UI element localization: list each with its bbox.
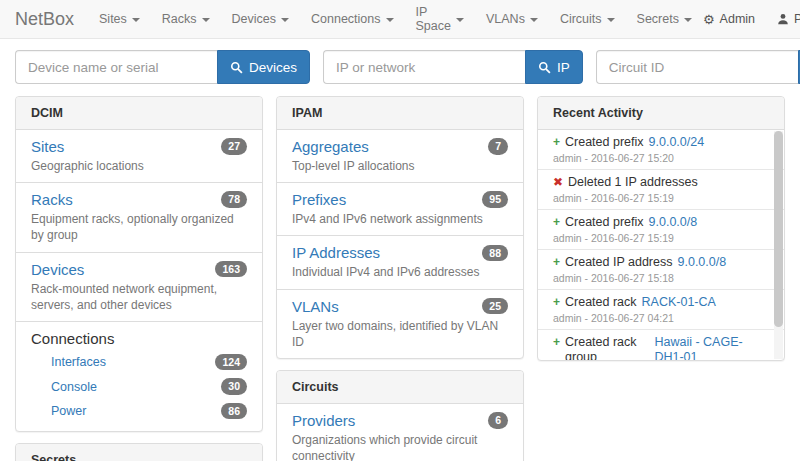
- activity-scrollbar-thumb[interactable]: [774, 131, 783, 327]
- prefixes-link[interactable]: Prefixes: [292, 191, 346, 208]
- navbar-brand[interactable]: NetBox: [15, 9, 74, 30]
- nav-menu-racks[interactable]: Racks: [151, 0, 221, 39]
- chevron-down-icon: [202, 18, 210, 22]
- search-group-ip: IP: [323, 50, 583, 84]
- activity-line: +Created prefix9.0.0.0/8: [553, 215, 758, 230]
- nav-menu-connections[interactable]: Connections: [300, 0, 405, 39]
- nav-menu-circuits[interactable]: Circuits: [549, 0, 626, 39]
- list-item-top: Sites27: [31, 138, 247, 155]
- sub-item-console: Console30: [31, 374, 247, 399]
- sites-count-badge: 27: [221, 138, 247, 155]
- nav-menu-vlans[interactable]: VLANs: [475, 0, 549, 39]
- interfaces-link[interactable]: Interfaces: [51, 355, 106, 369]
- chevron-down-icon: [530, 18, 538, 22]
- search-icon: [538, 61, 551, 74]
- activity-object-link[interactable]: 9.0.0.0/24: [649, 135, 705, 150]
- ip-addresses-link[interactable]: IP Addresses: [292, 244, 380, 261]
- content-row: DCIMSites27Geographic locationsRacks78Eq…: [0, 96, 800, 461]
- devices-count-badge: 163: [215, 261, 247, 278]
- list-item-connections: ConnectionsInterfaces124Console30Power86: [16, 322, 262, 432]
- devices-link[interactable]: Devices: [31, 261, 84, 278]
- activity-meta: admin - 2016-06-27 15:19: [553, 192, 758, 204]
- plus-icon: +: [553, 215, 560, 230]
- nav-menu-devices[interactable]: Devices: [221, 0, 300, 39]
- nav-menu-label: IP Space: [416, 5, 451, 33]
- list-item-description: Layer two domains, identified by VLAN ID: [292, 318, 508, 350]
- search-input-ip[interactable]: [323, 50, 525, 84]
- plus-icon: +: [553, 335, 560, 350]
- nav-util-label: Profile: [794, 12, 800, 26]
- vlans-link[interactable]: VLANs: [292, 298, 339, 315]
- activity-action: Created IP address: [565, 255, 672, 270]
- providers-link[interactable]: Providers: [292, 412, 355, 429]
- sub-item-power: Power86: [31, 399, 247, 424]
- activity-object-link[interactable]: 9.0.0.0/8: [649, 215, 698, 230]
- interfaces-count-badge: 124: [215, 354, 247, 371]
- list-item-prefixes: Prefixes95IPv4 and IPv6 network assignme…: [277, 183, 523, 236]
- list-item-providers: Providers6Organizations which provide ci…: [277, 404, 523, 461]
- nav-menu-label: Sites: [99, 12, 127, 26]
- activity-action: Created rack: [565, 295, 637, 310]
- search-input-devices[interactable]: [15, 50, 217, 84]
- power-link[interactable]: Power: [51, 404, 86, 418]
- sub-item-interfaces: Interfaces124: [31, 350, 247, 375]
- nav-util-label: Admin: [720, 12, 755, 26]
- chevron-down-icon: [456, 18, 464, 22]
- console-link[interactable]: Console: [51, 380, 97, 394]
- recent-activity-title: Recent Activity: [538, 97, 784, 130]
- racks-link[interactable]: Racks: [31, 191, 73, 208]
- racks-count-badge: 78: [221, 191, 247, 208]
- activity-object-link[interactable]: Hawaii - CAGE-DH1-01: [654, 335, 758, 360]
- activity-meta: admin - 2016-06-27 15:20: [553, 152, 758, 164]
- vlans-count-badge: 25: [482, 298, 508, 315]
- activity-object-link[interactable]: 9.0.0.0/8: [678, 255, 727, 270]
- nav-menu-label: Racks: [162, 12, 197, 26]
- power-count-badge: 86: [221, 403, 247, 420]
- aggregates-link[interactable]: Aggregates: [292, 138, 369, 155]
- nav-menu-secrets[interactable]: Secrets: [626, 0, 703, 39]
- activity-object-link[interactable]: RACK-01-CA: [642, 295, 716, 310]
- nav-menu-ip-space[interactable]: IP Space: [405, 0, 475, 39]
- activity-action: Created rack group: [565, 335, 649, 360]
- activity-action: Created prefix: [565, 215, 644, 230]
- activity-meta: admin - 2016-06-27 15:18: [553, 272, 758, 284]
- search-icon: [230, 61, 243, 74]
- chevron-down-icon: [281, 18, 289, 22]
- console-count-badge: 30: [221, 378, 247, 395]
- nav-menu-label: Secrets: [637, 12, 679, 26]
- activity-meta: admin - 2016-06-27 15:19: [553, 232, 758, 244]
- list-item-devices: Devices163Rack-mounted network equipment…: [16, 253, 262, 322]
- list-item-top: IP Addresses88: [292, 244, 508, 261]
- search-row: DevicesIPCircuits: [0, 50, 800, 84]
- recent-activity-list: +Created prefix9.0.0.0/24admin - 2016-06…: [538, 130, 784, 360]
- panel-title-secrets: Secrets: [16, 444, 262, 461]
- activity-action: Created prefix: [565, 135, 644, 150]
- list-item-top: Providers6: [292, 412, 508, 429]
- list-item-ip-addresses: IP Addresses88Individual IPv4 and IPv6 a…: [277, 236, 523, 289]
- activity-line: +Created rackRACK-01-CA: [553, 295, 758, 310]
- navbar: NetBox SitesRacksDevicesConnectionsIP Sp…: [0, 0, 800, 39]
- nav-util-profile[interactable]: Profile: [777, 12, 800, 26]
- plus-icon: +: [553, 255, 560, 270]
- activity-item: +Created prefix9.0.0.0/8admin - 2016-06-…: [538, 210, 784, 250]
- nav-menu-sites[interactable]: Sites: [88, 0, 151, 39]
- activity-scrollbar-track: [774, 131, 783, 359]
- plus-icon: +: [553, 135, 560, 150]
- panel-secrets: SecretsSecrets0Sensitive data (such as p…: [15, 443, 263, 461]
- chevron-down-icon: [684, 18, 692, 22]
- sites-link[interactable]: Sites: [31, 138, 64, 155]
- connections-heading: Connections: [31, 330, 247, 347]
- nav-util-admin[interactable]: ⚙Admin: [703, 12, 755, 26]
- search-group-devices: Devices: [15, 50, 310, 84]
- nav-menu-label: VLANs: [486, 12, 525, 26]
- chevron-down-icon: [386, 18, 394, 22]
- panel-dcim: DCIMSites27Geographic locationsRacks78Eq…: [15, 96, 263, 432]
- nav-menu-label: Connections: [311, 12, 381, 26]
- search-button-devices[interactable]: Devices: [217, 50, 310, 84]
- person-icon: [777, 13, 789, 25]
- list-item-description: IPv4 and IPv6 network assignments: [292, 211, 508, 227]
- list-item-racks: Racks78Equipment racks, optionally organ…: [16, 183, 262, 252]
- search-input-circuits[interactable]: [596, 50, 798, 84]
- chevron-down-icon: [132, 18, 140, 22]
- search-button-ip[interactable]: IP: [525, 50, 583, 84]
